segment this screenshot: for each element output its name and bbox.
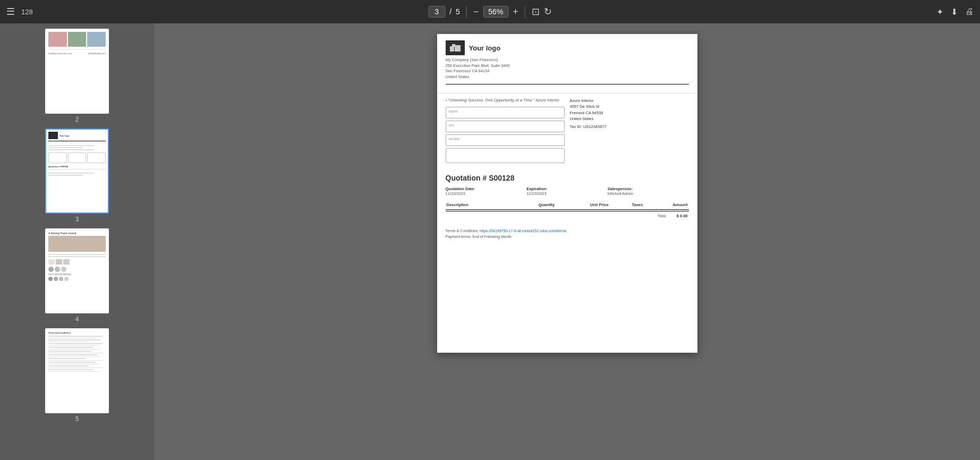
terms-line: Terms & Conditions: https://54139750-17-… xyxy=(446,229,689,233)
thumbnail-page-2[interactable]: Stealthy-wood.odoo.com @StealthyWood ✕ 2 xyxy=(45,29,109,123)
quotation-table: Description Quantity Unit Price Taxes Am… xyxy=(446,200,689,210)
form-field-sex[interactable]: sex xyxy=(446,121,565,132)
total-label: Total xyxy=(658,214,666,218)
company-name: My Company (San Francisco) xyxy=(446,57,689,63)
zoom-input[interactable] xyxy=(483,6,508,18)
company-address1: 250 Executive Park Blvd, Suite 3400 xyxy=(446,63,689,69)
customer-address1: 4557 De Silva St xyxy=(570,104,689,109)
thumbnail-label-2: 2 xyxy=(75,116,79,123)
toolbar-separator xyxy=(466,5,467,18)
total-value: $ 0.00 xyxy=(677,214,688,218)
page-separator: / xyxy=(449,7,451,16)
document-page: Your logo My Company (San Francisco) 250… xyxy=(437,34,697,353)
print-icon[interactable]: 🖨 xyxy=(965,7,974,16)
page-header: Your logo My Company (San Francisco) 250… xyxy=(437,34,697,93)
toolbar: ☰ 128 / 5 − + ⊡ ↻ ✦ ⬇ 🖨 xyxy=(0,0,980,23)
toolbar-right-actions: ✦ ⬇ 🖨 xyxy=(936,7,974,17)
col-left: • "Unlocking Success, One Opportunity at… xyxy=(446,98,565,165)
thumbnail-frame-5: Terms and Conditions xyxy=(45,328,109,413)
col-taxes: Taxes xyxy=(610,200,644,210)
customer-name: Azure Interior xyxy=(570,98,689,104)
thumbnail-label-4: 4 xyxy=(75,316,79,323)
form-field-name[interactable]: name xyxy=(446,107,565,118)
header-divider xyxy=(446,84,689,84)
quotation-meta: Quotation Date: 11/23/2023 Expiration: 1… xyxy=(446,186,689,196)
download-icon[interactable]: ⬇ xyxy=(951,7,958,17)
two-column-section: • "Unlocking Success, One Opportunity at… xyxy=(437,93,697,169)
company-country: United States xyxy=(446,74,689,80)
document-view[interactable]: Your logo My Company (San Francisco) 250… xyxy=(154,23,980,460)
ai-icon[interactable]: ✦ xyxy=(936,7,943,17)
total-pages: 5 xyxy=(456,7,460,16)
fit-page-icon[interactable]: ⊡ xyxy=(532,6,540,18)
bullet-text: • "Unlocking Success, One Opportunity at… xyxy=(446,98,565,104)
col-unit-price: Unit Price xyxy=(556,200,610,210)
thumbnail-frame-3: Your logo Quotation # S00128 xyxy=(45,129,109,214)
svg-rect-2 xyxy=(452,44,455,47)
main-content: Stealthy-wood.odoo.com @StealthyWood ✕ 2… xyxy=(0,23,980,460)
page-navigation: / 5 − + ⊡ ↻ xyxy=(428,5,552,18)
thumbnail-label-3: 3 xyxy=(75,216,79,223)
col-right: Azure Interior 4557 De Silva St Fremont … xyxy=(570,98,689,165)
meta-date: Quotation Date: 11/23/2023 xyxy=(446,186,527,196)
thumbnail-page-4[interactable]: A Strong Track record xyxy=(45,228,109,323)
zoom-out-icon[interactable]: − xyxy=(473,6,479,18)
svg-rect-1 xyxy=(455,45,461,52)
zoom-in-icon[interactable]: + xyxy=(513,6,518,18)
total-row: Total $ 0.00 xyxy=(446,211,689,220)
customer-country: United States xyxy=(570,116,689,122)
company-info: My Company (San Francisco) 250 Executive… xyxy=(446,57,689,80)
thumbnail-frame-4: A Strong Track record xyxy=(45,228,109,313)
meta-salesperson: Salesperson: Mitchell Admin xyxy=(608,186,689,196)
thumbnail-page-3[interactable]: Your logo Quotation # S00128 xyxy=(45,129,109,223)
payment-terms: Payment terms: End of Following Month xyxy=(446,235,689,238)
meta-expiration: Expiration: 12/23/2023 xyxy=(526,186,608,196)
quotation-section: Quotation # S00128 Quotation Date: 11/23… xyxy=(437,169,697,225)
customer-tax: Tax ID: US12345677 xyxy=(570,124,689,130)
customer-address2: Fremont CA 94538 xyxy=(570,110,689,116)
thumbnail-page-5[interactable]: Terms and Conditions xyxy=(45,328,109,423)
svg-rect-0 xyxy=(450,46,454,52)
col-quantity: Quantity xyxy=(508,200,556,210)
col-amount: Amount xyxy=(644,200,688,210)
company-address2: San Francisco CA 94134 xyxy=(446,69,689,74)
terms-label: Terms & Conditions: xyxy=(446,229,479,233)
thumbnail-panel: Stealthy-wood.odoo.com @StealthyWood ✕ 2… xyxy=(0,23,154,460)
quotation-title: Quotation # S00128 xyxy=(446,174,689,182)
document-footer: Terms & Conditions: https://54139750-17-… xyxy=(437,225,697,243)
logo-box xyxy=(446,40,465,55)
form-field-mobile[interactable]: mobile xyxy=(446,134,565,146)
logo-label: Your logo xyxy=(469,44,501,52)
terms-link[interactable]: https://54139750-17-0-all.runbot152.odoo… xyxy=(480,229,566,233)
thumbnail-frame-2: Stealthy-wood.odoo.com @StealthyWood ✕ xyxy=(45,29,109,114)
page-number-badge: 128 xyxy=(21,8,33,16)
col-description: Description xyxy=(446,200,508,210)
rotate-icon[interactable]: ↻ xyxy=(544,6,552,18)
current-page-input[interactable] xyxy=(428,6,445,18)
toolbar-separator2 xyxy=(525,5,525,18)
thumbnail-label-5: 5 xyxy=(75,415,79,423)
menu-icon[interactable]: ☰ xyxy=(6,6,15,18)
